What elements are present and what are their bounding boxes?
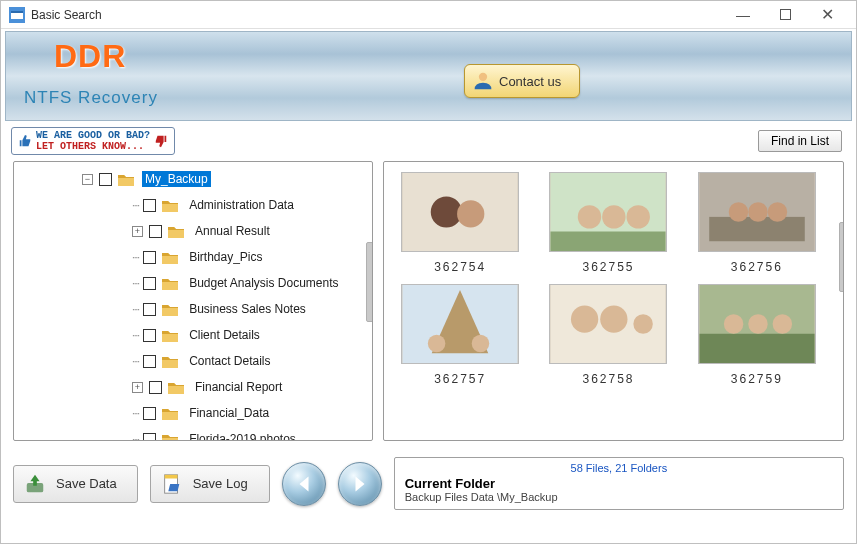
- svg-rect-12: [551, 232, 666, 252]
- tree-connector: ····: [132, 330, 139, 341]
- thumbnail-item[interactable]: 362754: [396, 172, 524, 274]
- folder-tree-panel: − My_Backup ····Administration Data+Annu…: [13, 161, 373, 441]
- current-folder-box: 58 Files, 21 Folders Current Folder Back…: [394, 457, 844, 510]
- svg-rect-26: [699, 334, 814, 363]
- checkbox[interactable]: [143, 251, 156, 264]
- checkbox[interactable]: [149, 225, 162, 238]
- tree-item-label: Contact Details: [186, 353, 273, 369]
- svg-point-16: [748, 202, 768, 222]
- folder-icon: [162, 355, 178, 368]
- svg-point-24: [634, 314, 654, 334]
- tree-item-label: Annual Result: [192, 223, 273, 239]
- tree-connector: ····: [132, 200, 139, 211]
- svg-point-15: [729, 202, 749, 222]
- svg-point-4: [479, 73, 487, 81]
- checkbox[interactable]: [143, 407, 156, 420]
- svg-point-7: [457, 200, 484, 227]
- save-log-button[interactable]: Save Log: [150, 465, 270, 503]
- thumbnail-caption: 362757: [396, 372, 524, 386]
- thumbnail-item[interactable]: 362759: [693, 284, 821, 386]
- close-button[interactable]: ✕: [806, 3, 848, 27]
- thumbnail-caption: 362758: [544, 372, 672, 386]
- tree-item[interactable]: ····Birthday_Pics: [14, 244, 372, 270]
- tree-item[interactable]: +Financial Report: [14, 374, 372, 400]
- tree-scrollbar[interactable]: [366, 242, 373, 322]
- folder-icon: [168, 225, 184, 238]
- tree-connector: ····: [132, 434, 139, 441]
- thumbnail-image: [549, 284, 667, 364]
- feedback-badge[interactable]: WE ARE GOOD OR BAD? LET OTHERS KNOW...: [11, 127, 175, 155]
- tree-item-label: Client Details: [186, 327, 263, 343]
- folder-icon: [162, 199, 178, 212]
- expand-icon[interactable]: +: [132, 226, 143, 237]
- folder-icon: [162, 251, 178, 264]
- thumbnail-item[interactable]: 362757: [396, 284, 524, 386]
- header-banner: DDR NTFS Recovery Contact us: [5, 31, 852, 121]
- logo-text: DDR: [54, 38, 126, 75]
- window-title: Basic Search: [31, 8, 722, 22]
- current-folder-path: Backup Files Data \My_Backup: [405, 491, 833, 503]
- chevron-right-icon: [351, 475, 369, 493]
- thumbnail-item[interactable]: 362755: [544, 172, 672, 274]
- tree-item[interactable]: ····Budget Analysis Documents: [14, 270, 372, 296]
- tree-item-label: Financial_Data: [186, 405, 272, 421]
- tree-item[interactable]: +Annual Result: [14, 218, 372, 244]
- tree-root-row[interactable]: − My_Backup: [14, 166, 372, 192]
- folder-tree[interactable]: − My_Backup ····Administration Data+Annu…: [14, 162, 372, 440]
- tree-item[interactable]: ····Financial_Data: [14, 400, 372, 426]
- tree-item[interactable]: ····Administration Data: [14, 192, 372, 218]
- checkbox[interactable]: [143, 199, 156, 212]
- chevron-left-icon: [295, 475, 313, 493]
- maximize-button[interactable]: [764, 3, 806, 27]
- thumbnail-item[interactable]: 362756: [693, 172, 821, 274]
- checkbox[interactable]: [143, 277, 156, 290]
- tree-item[interactable]: ····Contact Details: [14, 348, 372, 374]
- svg-point-29: [772, 314, 792, 334]
- checkbox[interactable]: [143, 303, 156, 316]
- checkbox[interactable]: [99, 173, 112, 186]
- folder-icon: [162, 329, 178, 342]
- checkbox[interactable]: [149, 381, 162, 394]
- checkbox[interactable]: [143, 355, 156, 368]
- thumbnail-caption: 362754: [396, 260, 524, 274]
- thumbs-up-icon: [18, 134, 32, 148]
- folder-icon: [162, 303, 178, 316]
- svg-point-20: [472, 335, 490, 353]
- svg-point-11: [627, 205, 650, 228]
- checkbox[interactable]: [143, 433, 156, 441]
- thumbnail-image: [698, 284, 816, 364]
- toolbar-row: WE ARE GOOD OR BAD? LET OTHERS KNOW... F…: [1, 125, 856, 157]
- app-icon: [9, 7, 25, 23]
- tree-item[interactable]: ····Business Sales Notes: [14, 296, 372, 322]
- thumbnail-item[interactable]: 362758: [544, 284, 672, 386]
- log-file-icon: [161, 473, 183, 495]
- svg-point-22: [571, 305, 598, 332]
- footer: Save Data Save Log 58 Files, 21 Folders …: [1, 453, 856, 518]
- contact-us-button[interactable]: Contact us: [464, 64, 580, 98]
- expand-icon[interactable]: +: [132, 382, 143, 393]
- svg-rect-3: [780, 10, 790, 20]
- save-log-label: Save Log: [193, 476, 248, 491]
- product-name: NTFS Recovery: [24, 88, 158, 108]
- user-icon: [473, 71, 493, 91]
- thumbnail-caption: 362755: [544, 260, 672, 274]
- tree-item-label: Financial Report: [192, 379, 285, 395]
- folder-icon: [118, 173, 134, 186]
- find-in-list-button[interactable]: Find in List: [758, 130, 842, 152]
- collapse-icon[interactable]: −: [82, 174, 93, 185]
- svg-point-27: [724, 314, 744, 334]
- next-button[interactable]: [338, 462, 382, 506]
- save-data-button[interactable]: Save Data: [13, 465, 138, 503]
- tree-item[interactable]: ····Client Details: [14, 322, 372, 348]
- thumb-scrollbar[interactable]: [839, 222, 844, 292]
- tree-item-label: Administration Data: [186, 197, 297, 213]
- prev-button[interactable]: [282, 462, 326, 506]
- feedback-line1: WE ARE GOOD OR BAD?: [36, 130, 150, 141]
- checkbox[interactable]: [143, 329, 156, 342]
- folder-icon: [168, 381, 184, 394]
- contact-label: Contact us: [499, 74, 561, 89]
- tree-item[interactable]: ····Florida-2019 photos: [14, 426, 372, 440]
- minimize-button[interactable]: —: [722, 3, 764, 27]
- svg-point-10: [603, 205, 626, 228]
- tree-connector: ····: [132, 278, 139, 289]
